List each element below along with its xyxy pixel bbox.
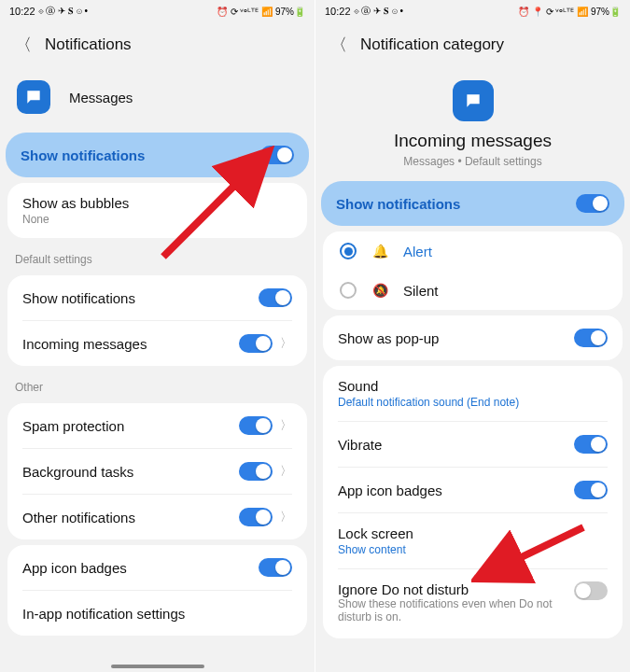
other-bg-toggle[interactable] [239, 462, 273, 481]
vibrate-row[interactable]: Vibrate [323, 422, 623, 467]
bubbles-label: Show as bubbles [22, 195, 129, 211]
settings-card: Sound Default notification sound (End no… [323, 366, 623, 638]
bubbles-value: None [22, 213, 49, 226]
chevron-icon: 〉 [280, 509, 292, 525]
other-other-toggle[interactable] [239, 508, 273, 526]
page-title: Notification category [360, 35, 504, 54]
status-icons-right: ⏰ 📍 ⟳ ᵛᵒᴸᵀᴱ 📶 97%🔋 [518, 7, 621, 17]
status-time: 10:22 [325, 6, 351, 17]
category-title: Incoming messages [394, 131, 552, 151]
chevron-icon: 〉 [280, 417, 292, 434]
popup-row[interactable]: Show as pop-up [323, 315, 623, 360]
category-sub: Messages • Default settings [403, 155, 541, 168]
status-icons-right: ⏰ ⟳ ᵛᵒᴸᵀᴱ 📶 97%🔋 [217, 7, 305, 17]
other-other[interactable]: Other notifications 〉 [7, 495, 307, 539]
nav-handle[interactable] [111, 665, 204, 668]
chevron-icon: 〉 [280, 335, 292, 352]
status-bar: 10:22 ⟐ ⓐ ✈ 𝐒 ⊙ • ⏰ 📍 ⟳ ᵛᵒᴸᵀᴱ 📶 97%🔋 [315, 0, 630, 22]
lock-row[interactable]: Lock screen Show content [323, 513, 623, 568]
bubbles-card[interactable]: Show as bubbles None [7, 183, 307, 238]
show-notifications-label: Show notifications [336, 196, 576, 212]
section-other: Other [0, 371, 315, 398]
app-name: Messages [69, 90, 133, 105]
show-notifications-main[interactable]: Show notifications [321, 181, 624, 226]
header: 〈 Notification category [315, 22, 630, 67]
status-time: 10:22 [9, 6, 35, 17]
status-bar: 10:22 ⟐ ⓐ ✈ 𝐒 ⊙ • ⏰ ⟳ ᵛᵒᴸᵀᴱ 📶 97%🔋 [0, 0, 315, 22]
badges-toggle[interactable] [259, 558, 292, 577]
popup-card: Show as pop-up [323, 315, 623, 360]
badges-toggle[interactable] [574, 481, 608, 499]
dnd-row[interactable]: Ignore Do not disturb Show these notific… [323, 569, 623, 638]
radio-alert[interactable] [340, 243, 357, 259]
bell-icon: 🔔 [371, 244, 388, 259]
section-default: Default settings [0, 244, 315, 270]
back-icon[interactable]: 〈 [330, 34, 347, 56]
default-incoming[interactable]: Incoming messages 〉 [7, 321, 307, 366]
mode-silent[interactable]: 🔕 Silent [323, 271, 623, 310]
inapp-row[interactable]: In-app notification settings [7, 591, 307, 636]
chevron-icon: 〉 [280, 463, 292, 480]
phone-left: 10:22 ⟐ ⓐ ✈ 𝐒 ⊙ • ⏰ ⟳ ᵛᵒᴸᵀᴱ 📶 97%🔋 〈 Not… [0, 0, 315, 672]
status-icons-left: ⟐ ⓐ ✈ 𝐒 ⊙ • [354, 5, 403, 18]
sound-row[interactable]: Sound Default notification sound (End no… [323, 366, 623, 421]
other-bg[interactable]: Background tasks 〉 [7, 449, 307, 494]
other-spam[interactable]: Spam protection 〉 [7, 403, 307, 448]
badges-row[interactable]: App icon badges [323, 468, 623, 512]
phone-right: 10:22 ⟐ ⓐ ✈ 𝐒 ⊙ • ⏰ 📍 ⟳ ᵛᵒᴸᵀᴱ 📶 97%🔋 〈 N… [315, 0, 630, 672]
default-show-notif[interactable]: Show notifications [7, 275, 307, 320]
vibrate-toggle[interactable] [574, 435, 608, 454]
mode-alert[interactable]: 🔔 Alert [323, 231, 623, 271]
defaults-card: Show notifications Incoming messages 〉 [7, 275, 307, 366]
show-notifications-label: Show notifications [21, 147, 260, 163]
bell-off-icon: 🔕 [371, 283, 388, 298]
radio-silent[interactable] [340, 282, 357, 299]
badges-card: App icon badges In-app notification sett… [7, 545, 307, 636]
status-icons-left: ⟐ ⓐ ✈ 𝐒 ⊙ • [38, 5, 88, 18]
badges-row[interactable]: App icon badges [7, 545, 307, 590]
dnd-toggle[interactable] [574, 581, 608, 600]
popup-toggle[interactable] [574, 329, 608, 347]
page-title: Notifications [45, 35, 132, 54]
default-show-notif-toggle[interactable] [259, 288, 292, 307]
other-spam-toggle[interactable] [239, 416, 273, 435]
messages-icon [17, 80, 50, 114]
mode-card: 🔔 Alert 🔕 Silent [323, 231, 623, 310]
show-notifications-toggle[interactable] [576, 194, 609, 213]
other-card: Spam protection 〉 Background tasks 〉 Oth… [7, 403, 307, 539]
show-notifications-toggle[interactable] [260, 146, 294, 164]
category-hero: Incoming messages Messages • Default set… [315, 67, 630, 175]
messages-icon [453, 80, 494, 121]
show-notifications-main[interactable]: Show notifications [6, 133, 309, 177]
header: 〈 Notifications [0, 22, 315, 67]
back-icon[interactable]: 〈 [15, 34, 32, 56]
app-header: Messages [0, 67, 315, 127]
default-incoming-toggle[interactable] [239, 334, 273, 353]
